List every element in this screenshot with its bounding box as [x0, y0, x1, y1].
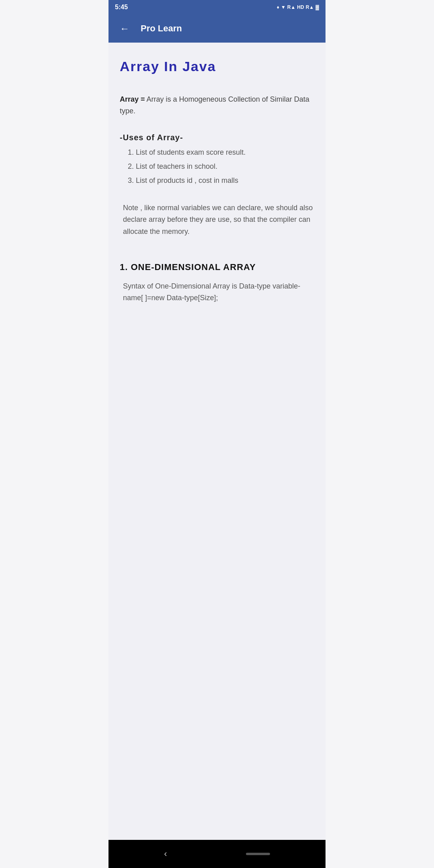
main-content: Array In Java Array = Array is a Homogen…: [108, 43, 326, 840]
bottom-navigation-bar: ‹: [108, 840, 326, 868]
syntax-block: Syntax of One-Dimensional Array is Data-…: [120, 280, 314, 304]
nav-back-button[interactable]: ‹: [164, 849, 167, 859]
uses-list: 1. List of students exam score result. 2…: [120, 147, 314, 186]
back-button[interactable]: ←: [117, 20, 133, 37]
list-item: 1. List of students exam score result.: [128, 147, 314, 158]
diamond-icon: ♦: [277, 4, 279, 10]
app-bar-title: Pro Learn: [141, 23, 182, 34]
list-item: 3. List of products id , cost in malls: [128, 175, 314, 186]
uses-section: -Uses of Array- 1. List of students exam…: [120, 133, 314, 186]
app-bar: ← Pro Learn: [108, 14, 326, 43]
signal-r-icon: R▲: [287, 4, 296, 10]
hd-icon: HD: [297, 4, 304, 10]
status-bar: 5:45 ♦ ▼ R▲ HD R▲ ▓: [108, 0, 326, 14]
wifi-icon: ▼: [281, 4, 286, 10]
one-dimensional-heading: 1. ONE-DIMENSIONAL ARRAY: [120, 262, 314, 272]
uses-title: -Uses of Array-: [120, 133, 314, 142]
status-icons: ♦ ▼ R▲ HD R▲ ▓: [277, 4, 319, 10]
nav-home-pill[interactable]: [246, 853, 270, 855]
battery-icon: ▓: [315, 4, 319, 10]
definition-block: Array = Array is a Homogeneous Collectio…: [120, 94, 314, 117]
page-title: Array In Java: [120, 59, 314, 74]
definition-prefix: Array =: [120, 95, 145, 103]
list-item: 2. List of teachers in school.: [128, 161, 314, 172]
signal2-icon: R▲: [306, 4, 314, 10]
status-time: 5:45: [115, 4, 128, 11]
definition-text: Array is a Homogeneous Collection of Sim…: [120, 95, 309, 115]
note-block: Note , like normal variables we can decl…: [120, 202, 314, 238]
